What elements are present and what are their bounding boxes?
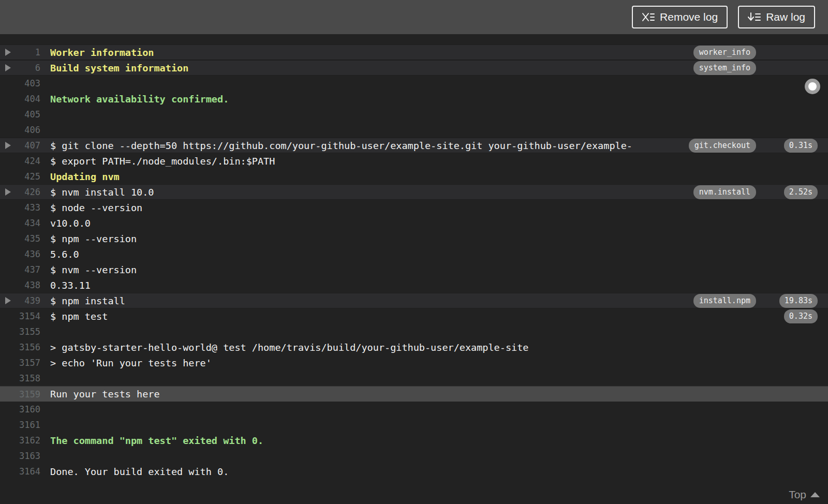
line-number[interactable]: 407 (16, 140, 40, 151)
line-number[interactable]: 404 (16, 94, 40, 104)
x-list-icon (642, 12, 655, 22)
log-line: 405 (0, 107, 828, 122)
log-line: 437 $ nvm --version (0, 262, 828, 277)
log-text: Run your tests here (50, 389, 763, 399)
fold-toggle[interactable] (0, 49, 16, 56)
log-toolbar: Remove log Raw log (0, 0, 828, 34)
fold-arrow-icon (5, 64, 11, 71)
log-line: 3164 Done. Your build exited with 0. (0, 464, 828, 479)
log-line: 3154 $ npm test 0.32s (0, 308, 828, 324)
line-number[interactable]: 6 (16, 63, 40, 73)
line-number[interactable]: 425 (16, 171, 40, 182)
log-tag-badge: worker_info (693, 46, 756, 60)
scroll-to-top-link[interactable]: Top (789, 488, 820, 501)
log-text: Build system information (50, 63, 693, 73)
log-line: 407 $ git clone --depth=50 https://githu… (0, 138, 828, 153)
line-number[interactable]: 426 (16, 187, 40, 197)
duration-badge: 19.83s (779, 294, 818, 308)
duration-badge: 0.31s (784, 139, 818, 153)
log-text: $ npm install (50, 295, 693, 306)
fold-toggle[interactable] (0, 188, 16, 196)
line-number[interactable]: 439 (16, 295, 40, 306)
raw-log-button[interactable]: Raw log (738, 6, 815, 28)
log-line: 3159 Run your tests here (0, 386, 828, 402)
scroll-position-dot-icon[interactable] (805, 79, 820, 94)
line-number[interactable]: 403 (16, 78, 40, 88)
log-tag-badge: nvm.install (693, 185, 756, 199)
line-number[interactable]: 3163 (16, 451, 40, 461)
line-number[interactable]: 3157 (16, 358, 40, 368)
log-line: 3156 > gatsby-starter-hello-world@ test … (0, 339, 828, 355)
duration-badge: 0.32s (784, 309, 818, 323)
log-line: 424 $ export PATH=./node_modules/.bin:$P… (0, 153, 828, 169)
log-line: 1 Worker information worker_info (0, 45, 828, 60)
log-text: $ export PATH=./node_modules/.bin:$PATH (50, 156, 763, 167)
line-number[interactable]: 1 (16, 47, 40, 57)
log-line: 438 0.33.11 (0, 277, 828, 293)
log-line: 435 $ npm --version (0, 231, 828, 246)
duration-column: 0.31s (763, 139, 828, 153)
duration-badge: 2.52s (784, 185, 818, 199)
log-line: 3162 The command "npm test" exited with … (0, 433, 828, 448)
line-number[interactable]: 438 (16, 280, 40, 290)
log-text: Worker information (50, 47, 693, 58)
duration-column: 0.32s (763, 309, 828, 323)
log-line: 425 Updating nvm (0, 169, 828, 184)
fold-arrow-icon (5, 49, 11, 56)
log-text: 0.33.11 (50, 280, 763, 291)
log-line: 434 v10.0.0 (0, 215, 828, 231)
log-text: > echo 'Run your tests here' (50, 358, 763, 368)
log-tag-badge: install.npm (693, 294, 756, 308)
build-log: 1 Worker information worker_info 6 Build… (0, 34, 828, 504)
line-number[interactable]: 3164 (16, 466, 40, 477)
log-text: Network availability confirmed. (50, 94, 763, 105)
log-line: 3160 (0, 402, 828, 417)
log-line: 426 $ nvm install 10.0 nvm.install 2.52s (0, 184, 828, 200)
fold-arrow-icon (5, 297, 11, 304)
log-text: v10.0.0 (50, 218, 763, 229)
log-line: 6 Build system information system_info (0, 60, 828, 76)
line-number[interactable]: 437 (16, 264, 40, 275)
line-number[interactable]: 405 (16, 109, 40, 120)
line-number[interactable]: 3162 (16, 435, 40, 446)
log-line: 403 (0, 76, 828, 91)
scroll-position-inner-dot (808, 82, 817, 91)
raw-log-label: Raw log (766, 11, 805, 23)
log-line: 3163 (0, 448, 828, 464)
top-link-label: Top (789, 488, 806, 501)
log-text: > gatsby-starter-hello-world@ test /home… (50, 342, 763, 353)
log-line: 3158 (0, 370, 828, 386)
log-tag-badge: system_info (693, 61, 756, 75)
log-line: 433 $ node --version (0, 200, 828, 215)
log-text: $ nvm install 10.0 (50, 187, 693, 198)
log-line: 406 (0, 122, 828, 138)
log-line: 3161 (0, 417, 828, 433)
log-text: $ nvm --version (50, 264, 763, 275)
line-number[interactable]: 3159 (16, 389, 40, 399)
line-number[interactable]: 433 (16, 202, 40, 213)
line-number[interactable]: 3158 (16, 373, 40, 383)
log-text: $ npm --version (50, 233, 763, 244)
line-number[interactable]: 3156 (16, 342, 40, 352)
line-number[interactable]: 3155 (16, 327, 40, 337)
log-text: $ node --version (50, 202, 763, 213)
log-text: $ git clone --depth=50 https://github.co… (50, 140, 689, 151)
line-number[interactable]: 434 (16, 218, 40, 228)
fold-toggle[interactable] (0, 142, 16, 149)
remove-log-label: Remove log (660, 11, 718, 23)
fold-toggle[interactable] (0, 297, 16, 304)
line-number[interactable]: 436 (16, 249, 40, 259)
line-number[interactable]: 3154 (16, 311, 40, 321)
line-number[interactable]: 3161 (16, 420, 40, 430)
log-tag-badge: git.checkout (689, 139, 756, 153)
line-number[interactable]: 435 (16, 233, 40, 244)
log-line: 436 5.6.0 (0, 246, 828, 262)
line-number[interactable]: 406 (16, 125, 40, 135)
line-number[interactable]: 424 (16, 156, 40, 166)
remove-log-button[interactable]: Remove log (632, 6, 728, 28)
log-text: Done. Your build exited with 0. (50, 466, 763, 477)
line-number[interactable]: 3160 (16, 404, 40, 414)
log-text: $ npm test (50, 311, 763, 322)
fold-arrow-icon (5, 188, 11, 196)
fold-toggle[interactable] (0, 64, 16, 71)
